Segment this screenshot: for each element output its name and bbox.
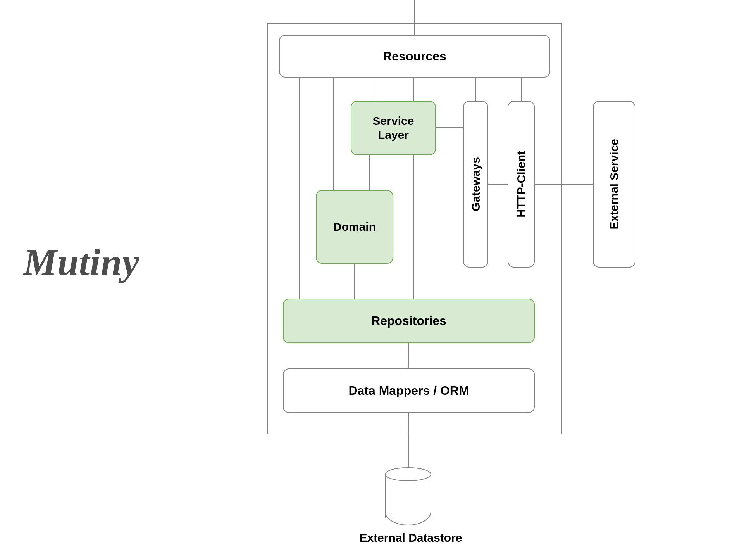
- conn-dom-repo: [354, 264, 355, 299]
- conn-res-gw: [475, 78, 476, 101]
- conn-res-v3: [377, 78, 377, 101]
- box-http-client: HTTP-Client: [508, 101, 535, 268]
- conn-sl-gw: [436, 127, 463, 128]
- diagram-stage: Mutiny Resources Service Layer Domain Ga…: [0, 0, 756, 553]
- conn-http-ext: [535, 184, 593, 185]
- conn-res-v4: [413, 78, 414, 101]
- conn-res-v1: [299, 78, 300, 299]
- conn-gw-http: [488, 184, 508, 185]
- box-repositories: Repositories: [283, 299, 535, 343]
- connector-in-top: [414, 0, 415, 35]
- conn-res-http: [521, 78, 522, 101]
- box-gateways: Gateways: [463, 101, 488, 268]
- conn-sl-v1: [369, 155, 370, 190]
- datastore-cylinder: [385, 467, 431, 525]
- box-external-service: External Service: [593, 101, 635, 268]
- label-resources: Resources: [383, 49, 446, 64]
- conn-sl-v2: [413, 155, 414, 299]
- label-domain: Domain: [333, 220, 376, 233]
- label-external-service: External Service: [608, 139, 621, 229]
- slide-title: Mutiny: [23, 240, 139, 284]
- box-resources: Resources: [279, 35, 550, 78]
- box-service-layer: Service Layer: [351, 101, 436, 155]
- box-data-mappers: Data Mappers / ORM: [283, 368, 535, 413]
- label-gateways: Gateways: [469, 157, 482, 211]
- box-domain: Domain: [316, 190, 393, 264]
- conn-res-v2: [333, 78, 334, 190]
- conn-dm-ds: [408, 413, 409, 469]
- conn-repo-dm: [408, 343, 409, 368]
- label-data-mappers: Data Mappers / ORM: [348, 384, 469, 398]
- label-external-datastore: External Datastore: [298, 531, 523, 544]
- label-repositories: Repositories: [371, 314, 446, 328]
- label-service-layer: Service Layer: [373, 114, 414, 142]
- label-http-client: HTTP-Client: [515, 151, 528, 218]
